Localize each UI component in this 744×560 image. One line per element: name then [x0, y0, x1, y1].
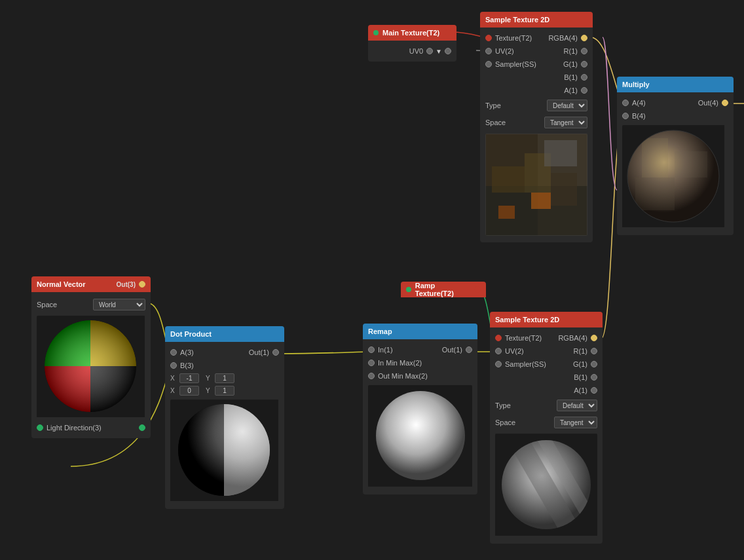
uv-socket[interactable]	[426, 48, 433, 54]
nv-space-select[interactable]: World	[93, 299, 145, 310]
remap-preview	[368, 385, 472, 488]
ramp-texture-dot	[406, 287, 411, 292]
remap-out-socket[interactable]	[466, 346, 472, 353]
texture-thumb-svg	[485, 134, 587, 236]
stb-g-out[interactable]	[591, 361, 597, 367]
dp-a-in[interactable]	[170, 349, 177, 356]
remap-sphere-svg	[368, 385, 472, 487]
dp-b-row: B(3)	[165, 359, 284, 372]
nv-sphere-svg	[37, 316, 145, 417]
st-texture-in[interactable]	[485, 35, 492, 41]
st-a-out[interactable]	[581, 87, 587, 94]
dp-field1-y[interactable]	[215, 373, 234, 383]
remap-outminmax-socket[interactable]	[368, 373, 375, 379]
remap-in-row: In(1) Out(1)	[363, 343, 477, 356]
remap-inminmax-socket[interactable]	[368, 360, 375, 366]
ramp-texture-out-socket[interactable]	[474, 286, 481, 293]
remap-outminmax-label: Out Min Max(2)	[378, 372, 472, 380]
ramp-texture-node: Ramp Texture(T2)	[401, 282, 486, 297]
st-b-label: B(1)	[532, 73, 578, 81]
multiply-out-label: Out(4)	[675, 99, 718, 107]
stb-a-label: A(1)	[542, 386, 588, 394]
stb-r-out[interactable]	[591, 348, 597, 354]
stb-r-label: R(1)	[546, 347, 587, 355]
remap-inminmax-row: In Min Max(2)	[363, 356, 477, 369]
multiply-sphere-svg	[622, 125, 724, 227]
nv-out-label: Out(3)	[86, 281, 136, 288]
stb-rgba-label: RGBA(4)	[546, 334, 587, 342]
stb-space-label: Space	[495, 419, 551, 426]
dp-field2-y[interactable]	[215, 386, 234, 396]
normal-vector-header: Normal Vector Out(3)	[31, 276, 151, 292]
multiply-b-in[interactable]	[622, 113, 629, 119]
main-texture-uv-row: UV0 ▼	[368, 45, 456, 58]
multiply-a-in[interactable]	[622, 100, 629, 106]
sample-texture-bottom-node: Sample Texture 2D Texture(T2) RGBA(4) UV…	[490, 312, 603, 544]
dp-field2-row: X Y	[165, 384, 284, 397]
dot-product-node: Dot Product A(3) Out(1) B(3) X Y X Y	[165, 326, 284, 509]
stb-type-label: Type	[495, 401, 554, 409]
remap-in-socket[interactable]	[368, 346, 375, 353]
st-sampler-in[interactable]	[485, 61, 492, 67]
uv-label: UV0	[373, 47, 423, 55]
dp-b-in[interactable]	[170, 362, 177, 369]
sample-texture-bottom-body: Texture(T2) RGBA(4) UV(2) R(1) Sampler(S…	[490, 327, 603, 544]
ramp-texture-header: Ramp Texture(T2)	[401, 282, 486, 297]
stb-type-row: Type Default	[490, 397, 603, 414]
uv-arrow[interactable]: ▼	[436, 48, 442, 55]
svg-rect-17	[635, 177, 675, 210]
st-space-row: Space Tangent	[480, 114, 593, 131]
st-r-label: R(1)	[536, 47, 578, 55]
st-rgba-out[interactable]	[581, 35, 587, 41]
dp-out-label: Out(1)	[225, 348, 269, 356]
main-texture-out-socket[interactable]	[445, 29, 451, 36]
stb-space-select[interactable]: Tangent	[554, 417, 597, 428]
remap-in-label: In(1)	[378, 346, 420, 354]
dp-field2-ylabel: Y	[206, 387, 212, 394]
dp-field1-ylabel: Y	[206, 375, 212, 382]
sample-texture-top-node: Sample Texture 2D Texture(T2) RGBA(4) UV…	[480, 12, 593, 242]
dp-b-label: B(3)	[180, 362, 279, 369]
multiply-preview	[622, 125, 728, 229]
stb-sampler-in[interactable]	[495, 361, 502, 367]
stb-a-row: A(1)	[490, 384, 603, 397]
sample-texture-bottom-header: Sample Texture 2D	[490, 312, 603, 327]
stb-type-select[interactable]: Default	[557, 400, 597, 411]
svg-rect-7	[551, 173, 577, 206]
multiply-header: Multiply	[617, 77, 734, 92]
stb-rgba-out[interactable]	[591, 335, 597, 341]
st-space-label: Space	[485, 119, 542, 126]
dp-field2-x[interactable]	[179, 386, 199, 396]
stb-a-out[interactable]	[591, 387, 597, 394]
dot-product-title: Dot Product	[170, 330, 212, 338]
stb-uv-in[interactable]	[495, 348, 502, 354]
stb-b-row: B(1)	[490, 371, 603, 384]
stb-uv-row: UV(2) R(1)	[490, 345, 603, 358]
stb-texture-in[interactable]	[495, 335, 502, 341]
st-space-select[interactable]: Tangent	[544, 117, 587, 128]
st-uv-in[interactable]	[485, 48, 492, 54]
main-texture-node: Main Texture(T2) UV0 ▼	[368, 25, 456, 62]
normal-vector-node: Normal Vector Out(3) Space World	[31, 276, 151, 438]
nv-space-row: Space World	[31, 296, 151, 313]
nv-light-in[interactable]	[37, 424, 43, 431]
remap-out-label: Out(1)	[420, 346, 463, 354]
uv-out-socket[interactable]	[445, 48, 451, 54]
svg-rect-15	[642, 138, 668, 177]
stb-uv-label: UV(2)	[505, 347, 546, 355]
multiply-out-socket[interactable]	[722, 100, 728, 106]
nv-out-socket[interactable]	[139, 281, 145, 288]
st-r-out[interactable]	[581, 48, 587, 54]
dp-out-socket[interactable]	[272, 349, 279, 356]
multiply-a-label: A(4)	[632, 99, 675, 107]
st-b-out[interactable]	[581, 74, 587, 81]
stb-b-out[interactable]	[591, 374, 597, 381]
multiply-node: Multiply A(4) Out(4) B(4)	[617, 77, 734, 235]
st-type-select[interactable]: Default	[547, 100, 587, 111]
remap-inminmax-label: In Min Max(2)	[378, 359, 472, 367]
svg-rect-8	[531, 193, 551, 209]
nv-light-out[interactable]	[139, 424, 145, 431]
st-g-out[interactable]	[581, 61, 587, 67]
dp-field1-x[interactable]	[179, 373, 199, 383]
stb-texture-row: Texture(T2) RGBA(4)	[490, 331, 603, 345]
